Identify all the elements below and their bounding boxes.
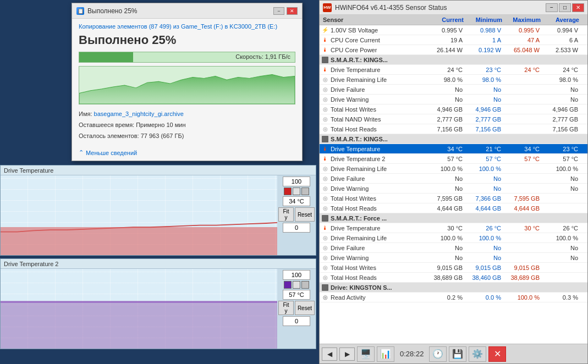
table-row[interactable]: S.M.A.R.T.: KINGS... [320, 55, 587, 65]
status-icon-sensor[interactable]: 🖥️ [357, 346, 375, 362]
sensor-current: 2,777 GB [426, 116, 465, 123]
circle-icon: ◎ [322, 86, 328, 93]
sensor-name-cell: ◎ Drive Warning [322, 96, 426, 103]
table-row[interactable]: 🌡 Drive Temperature 30 °C 26 °C 30 °C 26… [320, 223, 587, 233]
swatch-purple[interactable] [284, 281, 292, 289]
table-row[interactable]: ◎ Total Host Reads 38,689 GB 38,460 GB 3… [320, 273, 587, 283]
table-row[interactable]: Drive: KINGSTON S... [320, 283, 587, 293]
minimize-button[interactable]: − [273, 7, 284, 15]
sensor-table: Sensor Current Minimum Maximum Average ⚡… [320, 15, 587, 344]
chart1-max-value: 100 [283, 177, 310, 186]
table-row[interactable]: S.M.A.R.T.: KINGS... [320, 134, 587, 144]
nav-back-button[interactable]: ◀ [322, 348, 337, 361]
sensor-current: 4,946 GB [426, 106, 465, 113]
chart2-reset-button[interactable]: Reset [295, 301, 315, 315]
hwinfo-minimize-btn[interactable]: − [546, 3, 558, 12]
sensor-name: Drive Failure [331, 245, 365, 251]
table-row[interactable]: ◎ Drive Remaining Life 98.0 % 98.0 % 98.… [320, 75, 587, 85]
table-row[interactable]: ◎ Drive Warning No No No [320, 184, 587, 194]
status-icon-settings[interactable]: ⚙️ [469, 346, 486, 362]
less-info-button[interactable]: ⌃ Меньше сведений [79, 149, 137, 156]
table-row[interactable]: 🌡 CPU Core Power 26.144 W 0.192 W 65.048… [320, 45, 587, 55]
table-row[interactable]: ◎ Drive Remaining Life 100.0 % 100.0 % 1… [320, 164, 587, 174]
table-row[interactable]: ◎ Drive Remaining Life 100.0 % 100.0 % 1… [320, 233, 587, 243]
table-row[interactable]: ◎ Drive Failure No No No [320, 174, 587, 184]
section-name: S.M.A.R.T.: KINGS... [331, 136, 388, 142]
sensor-name-cell: ◎ Total Host Reads [322, 205, 426, 212]
table-row[interactable]: ◎ Drive Failure No No No [320, 85, 587, 95]
col-minimum: Minimum [465, 16, 503, 24]
swatch-gray1[interactable] [293, 187, 300, 195]
sensor-minimum: 0.192 W [465, 47, 503, 53]
table-row[interactable]: ◎ Total Host Reads 7,156 GB 7,156 GB 7,1… [320, 124, 587, 134]
chart1-title: Drive Temperature [1, 166, 316, 175]
swatch-light2[interactable] [301, 281, 309, 289]
table-row[interactable]: 🌡 Drive Temperature 34 °C 21 °C 34 °C 23… [320, 144, 587, 154]
sensor-minimum: 38,460 GB [465, 274, 503, 281]
status-icon-clock[interactable]: 🕐 [429, 346, 447, 362]
table-row[interactable]: ◎ Drive Failure No No No [320, 243, 587, 253]
sensor-name-cell: ⚡ 1.00V SB Voltage [322, 27, 426, 34]
status-bar: ◀ ▶ 🖥️ 📊 0:28:22 🕐 💾 ⚙️ ✕ [320, 344, 587, 363]
hwinfo-close-btn[interactable]: ✕ [572, 3, 584, 12]
table-row[interactable]: ◎ Total Host Reads 4,644 GB 4,644 GB 4,6… [320, 203, 587, 213]
sensor-average: No [542, 185, 580, 192]
sensor-name: Drive Failure [331, 175, 365, 182]
status-close-button[interactable]: ✕ [488, 346, 506, 362]
circle-icon: ◎ [322, 96, 328, 103]
sensor-current: No [426, 255, 465, 261]
chart1-fity-button[interactable]: Fit y [278, 207, 294, 222]
sensor-name: Total Host Reads [331, 126, 377, 133]
sensor-name: Drive Failure [331, 86, 365, 93]
progress-fill [79, 52, 133, 62]
section-name: S.M.A.R.T.: KINGS... [331, 57, 388, 63]
table-row[interactable]: ◎ Total Host Writes 7,595 GB 7,366 GB 7,… [320, 194, 587, 203]
chart1-reset-button[interactable]: Reset [295, 207, 315, 222]
table-row[interactable]: 🌡 Drive Temperature 2 57 °C 57 °C 57 °C … [320, 154, 587, 164]
table-row[interactable]: ◎ Drive Warning No No No [320, 95, 587, 104]
chart2-fill [1, 301, 277, 349]
section-drive-icon [322, 284, 328, 291]
table-row[interactable]: ⚡ 1.00V SB Voltage 0.995 V 0.988 V 0.995… [320, 25, 587, 35]
chart2-current-value: 57 °C [283, 290, 310, 300]
status-icon-export[interactable]: 📊 [377, 346, 394, 362]
swatch-light1[interactable] [293, 281, 300, 289]
status-icon-save[interactable]: 💾 [449, 346, 466, 362]
circle-icon: ◎ [322, 195, 328, 202]
circle-icon: ◎ [322, 245, 328, 251]
sensor-name-cell: ◎ Total Host Reads [322, 274, 426, 281]
close-button[interactable]: ✕ [287, 7, 298, 15]
chart2-fity-button[interactable]: Fit y [278, 301, 294, 315]
sensor-maximum: 9,015 GB [503, 264, 542, 271]
sensor-name: Drive Warning [331, 96, 369, 103]
sensor-current: 57 °C [426, 156, 465, 162]
chart2-max-value: 100 [283, 270, 310, 280]
table-row[interactable]: 🌡 CPU Core Current 19 A 1 A 47 A 6 A [320, 35, 587, 45]
sensor-name: Total Host Reads [331, 205, 377, 212]
sensor-name-cell: ◎ Drive Remaining Life [322, 235, 426, 241]
table-row[interactable]: ◎ Total NAND Writes 2,777 GB 2,777 GB 2,… [320, 114, 587, 124]
sensor-minimum: 23 °C [465, 67, 503, 73]
swatch-gray2[interactable] [301, 187, 309, 195]
sensor-minimum: No [465, 245, 503, 251]
circle-icon: ◎ [322, 274, 328, 281]
dialog-titlebar: 📋 Выполнено 25% − ✕ [72, 3, 302, 19]
sensor-average: 7,156 GB [542, 126, 580, 133]
temp-icon: 🌡 [322, 37, 328, 43]
chart1-body: 100 34 °C Fit y Reset 0 [1, 175, 316, 255]
table-row[interactable]: ◎ Read Activity 0.2 % 0.0 % 100.0 % 0.3 … [320, 293, 587, 302]
speed-chart [79, 66, 295, 104]
swatch-red[interactable] [284, 187, 292, 195]
table-row[interactable]: ◎ Total Host Writes 4,946 GB 4,946 GB 4,… [320, 104, 587, 114]
section-drive-icon [322, 215, 328, 222]
table-row[interactable]: ◎ Drive Warning No No No [320, 253, 587, 263]
table-row[interactable]: S.M.A.R.T.: Force ... [320, 213, 587, 223]
chart2-swatches [284, 281, 309, 289]
table-row[interactable]: 🌡 Drive Temperature 24 °C 23 °C 24 °C 24… [320, 65, 587, 75]
hwinfo-maximize-btn[interactable]: □ [559, 3, 571, 12]
nav-fwd-button[interactable]: ▶ [339, 348, 355, 361]
table-row[interactable]: ◎ Total Host Writes 9,015 GB 9,015 GB 9,… [320, 263, 587, 273]
sensor-current: 24 °C [426, 67, 465, 73]
sensor-average: 6 A [542, 37, 580, 43]
dialog-info: Имя: basegame_3_nightcity_gi.archive Ост… [79, 109, 295, 141]
